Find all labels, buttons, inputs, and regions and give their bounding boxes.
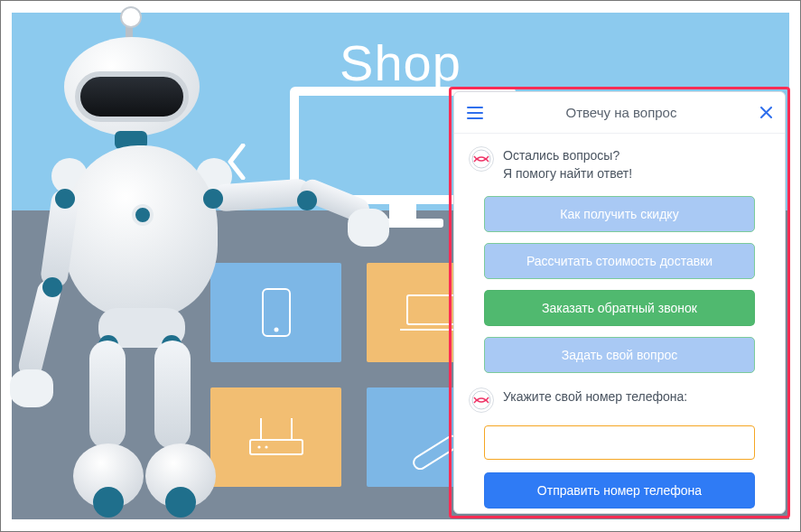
- bot-greeting-text: Остались вопросы? Я помогу найти ответ!: [503, 146, 632, 183]
- bot-greeting: Остались вопросы? Я помогу найти ответ!: [469, 146, 770, 183]
- bot-avatar-icon: [469, 387, 494, 413]
- robot-illustration: [10, 37, 371, 525]
- phone-prompt-text: Укажите свой номер телефона:: [503, 387, 687, 413]
- chat-header: Отвечу на вопрос: [454, 92, 785, 134]
- svg-point-10: [472, 391, 490, 409]
- submit-phone-button[interactable]: Отправить номер телефона: [484, 472, 755, 509]
- option-shipping-button[interactable]: Рассчитать стоимость доставки: [484, 243, 755, 279]
- menu-icon[interactable]: [467, 107, 483, 119]
- close-icon[interactable]: [759, 107, 772, 119]
- app-stage: Shop Отвечу на: [0, 0, 801, 532]
- greeting-line-2: Я помогу найти ответ!: [503, 164, 632, 182]
- option-callback-button[interactable]: Заказать обратный звонок: [484, 290, 755, 326]
- chat-widget: Отвечу на вопрос Остались вопросы? Я пом…: [453, 91, 786, 514]
- svg-point-9: [472, 150, 490, 168]
- phone-input[interactable]: [484, 425, 755, 460]
- bot-phone-prompt: Укажите свой номер телефона:: [469, 387, 770, 413]
- chat-body: Остались вопросы? Я помогу найти ответ! …: [454, 134, 785, 513]
- option-ask-button[interactable]: Задать свой вопрос: [484, 337, 755, 373]
- bot-avatar-icon: [469, 146, 494, 172]
- option-discount-button[interactable]: Как получить скидку: [484, 196, 755, 232]
- chat-title: Отвечу на вопрос: [494, 105, 749, 120]
- greeting-line-1: Остались вопросы?: [503, 146, 632, 164]
